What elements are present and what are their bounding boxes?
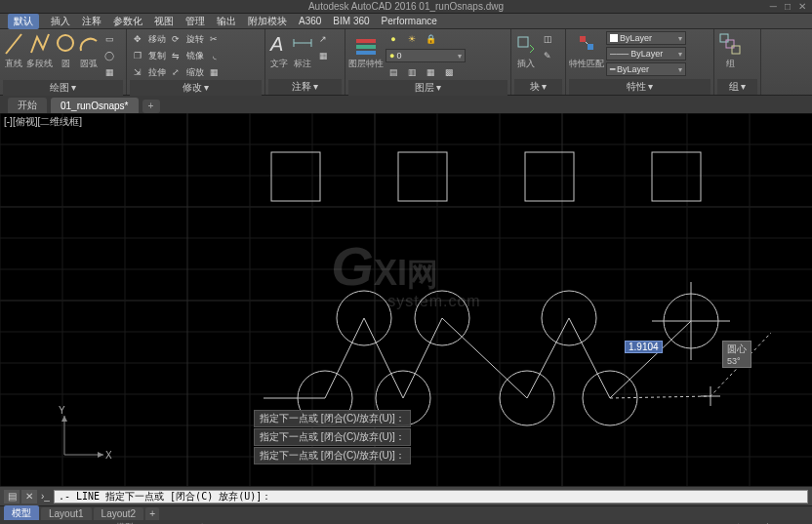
panel-modify-label[interactable]: 修改 ▾ xyxy=(130,80,262,96)
tool-edit-block[interactable]: ✎ xyxy=(540,48,555,63)
svg-rect-14 xyxy=(726,40,734,48)
tab-insert[interactable]: 插入 xyxy=(51,15,70,28)
lock-icon: 🔒 xyxy=(423,31,438,47)
panel-props: 特性匹配 ByLayer▾ ───ByLayer▾ ━ByLayer▾ 特性 ▾ xyxy=(566,29,714,95)
stretch-icon: ⇲ xyxy=(130,64,145,80)
panel-group: 组 组 ▾ xyxy=(714,29,761,95)
tool-mirror[interactable]: ⇋镜像 xyxy=(168,48,204,63)
prompt-line: 指定下一点或 [闭合(C)/放弃(U)]： xyxy=(254,447,411,464)
svg-rect-11 xyxy=(588,44,593,50)
status-space[interactable]: 模型 xyxy=(116,521,134,525)
svg-marker-59 xyxy=(98,452,103,458)
cmd-prompt-icon: ›_ xyxy=(41,491,50,502)
layer-status-row[interactable]: ● ☀ 🔒 xyxy=(386,31,466,47)
svg-rect-15 xyxy=(732,46,740,54)
panel-annotate-label[interactable]: 注释 ▾ xyxy=(268,79,342,95)
tool-hatch[interactable]: ▦ xyxy=(102,64,117,80)
tab-view[interactable]: 视图 xyxy=(154,15,174,28)
sun-icon: ☀ xyxy=(404,31,420,47)
layout-tab-model[interactable]: 模型 xyxy=(4,505,39,521)
tool-create-block[interactable]: ◫ xyxy=(540,31,555,47)
panel-group-label[interactable]: 组 ▾ xyxy=(717,79,757,95)
panel-props-label[interactable]: 特性 ▾ xyxy=(569,79,710,95)
tool-arc[interactable]: 圆弧 xyxy=(78,31,100,70)
tab-manage[interactable]: 管理 xyxy=(185,15,205,28)
tool-table[interactable]: ▦ xyxy=(315,48,331,63)
tab-performance[interactable]: Performance xyxy=(382,16,437,26)
tool-copy[interactable]: ❐复制 xyxy=(130,48,166,63)
panel-layer: 图层特性 ● ☀ 🔒 ●0▾ ▤▥▦▩ 图层 ▾ xyxy=(345,29,511,95)
tab-output[interactable]: 输出 xyxy=(217,15,236,28)
svg-rect-13 xyxy=(720,34,728,42)
layer-dropdown[interactable]: ●0▾ xyxy=(386,49,466,62)
command-input[interactable] xyxy=(54,490,808,504)
maximize-button[interactable]: □ xyxy=(785,1,791,12)
tool-array[interactable]: ▦ xyxy=(206,64,222,80)
panel-block-label[interactable]: 块 ▾ xyxy=(514,79,562,95)
lineweight-dropdown[interactable]: ━ByLayer▾ xyxy=(606,62,686,76)
layout-tab-2[interactable]: Layout2 xyxy=(94,507,144,520)
cmd-history-button[interactable]: ▤ xyxy=(4,490,20,504)
rotate-icon: ⟳ xyxy=(168,31,183,47)
tool-rotate[interactable]: ⟳旋转 xyxy=(168,31,204,47)
tool-matchprops[interactable]: 特性匹配 xyxy=(569,31,604,70)
svg-rect-7 xyxy=(356,45,376,49)
svg-line-0 xyxy=(6,34,21,54)
tool-stretch[interactable]: ⇲拉伸 xyxy=(130,64,166,80)
layout-tab-1[interactable]: Layout1 xyxy=(41,507,92,520)
tool-ellipse[interactable]: ◯ xyxy=(102,48,117,63)
drawing-viewport[interactable]: [-][俯视][二维线框] xyxy=(0,113,812,486)
tool-leader[interactable]: ↗ xyxy=(315,31,331,47)
tool-text[interactable]: A 文字 xyxy=(268,31,290,70)
linetype-dropdown[interactable]: ───ByLayer▾ xyxy=(606,47,686,60)
tool-layerprops[interactable]: 图层特性 xyxy=(348,31,384,70)
svg-rect-42 xyxy=(398,152,447,201)
dynamic-distance-input[interactable]: 1.9104 xyxy=(625,341,663,353)
tool-rect[interactable]: ▭ xyxy=(102,31,117,47)
svg-rect-43 xyxy=(525,152,574,201)
svg-rect-44 xyxy=(652,152,701,201)
tab-a360[interactable]: A360 xyxy=(299,16,321,26)
tool-scale[interactable]: ⤢缩放 xyxy=(168,64,204,80)
minimize-button[interactable]: ─ xyxy=(770,1,777,12)
new-tab-button[interactable]: + xyxy=(142,100,160,113)
panel-draw-label[interactable]: 绘图 ▾ xyxy=(3,80,123,96)
svg-line-12 xyxy=(586,42,588,44)
svg-text:A: A xyxy=(269,33,283,55)
tab-file[interactable]: 01_runOsnaps* xyxy=(51,98,139,113)
scale-icon: ⤢ xyxy=(168,64,183,80)
tab-annotate[interactable]: 注释 xyxy=(82,15,102,28)
command-prompts: 指定下一点或 [闭合(C)/放弃(U)]： 指定下一点或 [闭合(C)/放弃(U… xyxy=(254,410,411,464)
move-icon: ✥ xyxy=(130,31,145,47)
color-dropdown[interactable]: ByLayer▾ xyxy=(606,31,686,45)
svg-rect-9 xyxy=(518,37,528,47)
tool-trim[interactable]: ✂ xyxy=(206,31,222,47)
prompt-line: 指定下一点或 [闭合(C)/放弃(U)]： xyxy=(254,428,411,446)
tool-insert[interactable]: 插入 xyxy=(514,31,538,70)
tool-fillet[interactable]: ◟ xyxy=(206,48,222,63)
tool-dim[interactable]: 标注 xyxy=(292,31,313,70)
panel-block: 插入 ◫ ✎ 块 ▾ xyxy=(511,29,566,95)
tab-bim360[interactable]: BIM 360 xyxy=(333,16,369,26)
ucs-icon: X Y xyxy=(55,406,113,464)
app-title: Autodesk AutoCAD 2016 01_runOsnaps.dwg xyxy=(308,1,504,12)
bulb-icon: ● xyxy=(386,31,401,47)
ribbon-tabs: 默认 插入 注释 参数化 视图 管理 输出 附加模块 A360 BIM 360 … xyxy=(0,14,812,29)
tool-group[interactable]: 组 xyxy=(717,31,743,70)
panel-layer-label[interactable]: 图层 ▾ xyxy=(348,80,508,96)
layout-tab-add[interactable]: + xyxy=(145,507,159,520)
prompt-line: 指定下一点或 [闭合(C)/放弃(U)]： xyxy=(254,410,411,427)
tool-line[interactable]: 直线 xyxy=(3,31,24,70)
tab-start[interactable]: 开始 xyxy=(8,98,47,113)
tool-circle[interactable]: 圆 xyxy=(55,31,76,70)
copy-icon: ❐ xyxy=(130,48,145,63)
tab-parametric[interactable]: 参数化 xyxy=(113,15,142,28)
cmd-close-button[interactable]: ✕ xyxy=(21,490,37,504)
tab-default[interactable]: 默认 xyxy=(8,14,39,29)
close-button[interactable]: ✕ xyxy=(798,1,806,12)
layer-tools-row[interactable]: ▤▥▦▩ xyxy=(386,64,466,80)
tab-addons[interactable]: 附加模块 xyxy=(248,15,287,28)
svg-text:Y: Y xyxy=(59,406,65,416)
tool-polyline[interactable]: 多段线 xyxy=(26,31,53,70)
tool-move[interactable]: ✥移动 xyxy=(130,31,166,47)
